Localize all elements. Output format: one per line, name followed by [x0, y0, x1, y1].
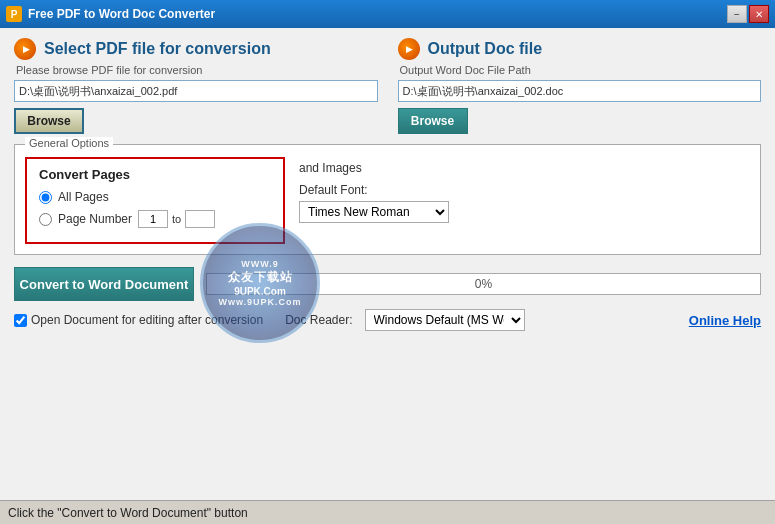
- select-pdf-title-row: Select PDF file for conversion: [14, 38, 378, 60]
- window-controls: − ✕: [727, 5, 769, 23]
- all-pages-radio[interactable]: [39, 191, 52, 204]
- right-options-panel: and Images Default Font: Times New Roman…: [295, 157, 750, 244]
- page-number-radio[interactable]: [39, 213, 52, 226]
- output-browse-button[interactable]: Browse: [398, 108, 468, 134]
- default-font-label: Default Font:: [299, 183, 746, 197]
- convert-row: Convert to Word Document 0%: [14, 267, 761, 301]
- select-pdf-title: Select PDF file for conversion: [44, 40, 271, 58]
- title-bar: P Free PDF to Word Doc Converter − ✕: [0, 0, 775, 28]
- pdf-browse-button[interactable]: Browse: [14, 108, 84, 134]
- output-file-input[interactable]: [398, 80, 762, 102]
- page-from-input[interactable]: [138, 210, 168, 228]
- select-pdf-icon: [14, 38, 36, 60]
- minimize-button[interactable]: −: [727, 5, 747, 23]
- page-number-inputs: to: [138, 210, 215, 228]
- page-to-separator: to: [172, 213, 181, 225]
- doc-reader-select[interactable]: Windows Default (MS Word) Microsoft Word…: [365, 309, 525, 331]
- output-file-label: Output Word Doc File Path: [398, 64, 762, 76]
- convert-pages-box: Convert Pages All Pages Page Number to: [25, 157, 285, 244]
- progress-bar-container: 0%: [206, 273, 761, 295]
- all-pages-label: All Pages: [58, 190, 109, 204]
- convert-button[interactable]: Convert to Word Document: [14, 267, 194, 301]
- convert-pages-title: Convert Pages: [39, 167, 271, 182]
- output-doc-title: Output Doc file: [428, 40, 543, 58]
- header-section: Select PDF file for conversion Please br…: [14, 38, 761, 134]
- font-select[interactable]: Times New Roman Arial Calibri Verdana: [299, 201, 449, 223]
- general-options-legend: General Options: [25, 137, 113, 149]
- page-number-label: Page Number: [58, 212, 132, 226]
- output-doc-icon: [398, 38, 420, 60]
- online-help-link[interactable]: Online Help: [689, 313, 761, 328]
- open-doc-checkbox-label[interactable]: Open Document for editing after conversi…: [14, 313, 263, 327]
- font-select-row: Times New Roman Arial Calibri Verdana: [299, 201, 746, 223]
- pdf-file-input[interactable]: [14, 80, 378, 102]
- output-doc-panel: Output Doc file Output Word Doc File Pat…: [398, 38, 762, 134]
- app-icon: P: [6, 6, 22, 22]
- bottom-options-row: Open Document for editing after conversi…: [14, 309, 761, 331]
- open-doc-checkbox[interactable]: [14, 314, 27, 327]
- select-pdf-panel: Select PDF file for conversion Please br…: [14, 38, 378, 134]
- status-bar: Click the "Convert to Word Document" but…: [0, 500, 775, 524]
- status-text: Click the "Convert to Word Document" but…: [8, 506, 248, 520]
- options-inner: Convert Pages All Pages Page Number to: [25, 157, 750, 244]
- images-row: and Images: [299, 161, 746, 175]
- page-number-row: Page Number to: [39, 210, 271, 228]
- pdf-file-label: Please browse PDF file for conversion: [14, 64, 378, 76]
- doc-reader-label: Doc Reader:: [285, 313, 352, 327]
- open-doc-label: Open Document for editing after conversi…: [31, 313, 263, 327]
- close-button[interactable]: ✕: [749, 5, 769, 23]
- main-content: WWW.9 众友下载站 9UPK.Com Www.9UPK.Com Select…: [0, 28, 775, 500]
- window-title: Free PDF to Word Doc Converter: [28, 7, 727, 21]
- all-pages-row: All Pages: [39, 190, 271, 204]
- output-doc-title-row: Output Doc file: [398, 38, 762, 60]
- progress-text: 0%: [475, 277, 492, 291]
- images-label: and Images: [299, 161, 362, 175]
- page-to-input[interactable]: [185, 210, 215, 228]
- general-options-box: General Options Convert Pages All Pages …: [14, 144, 761, 255]
